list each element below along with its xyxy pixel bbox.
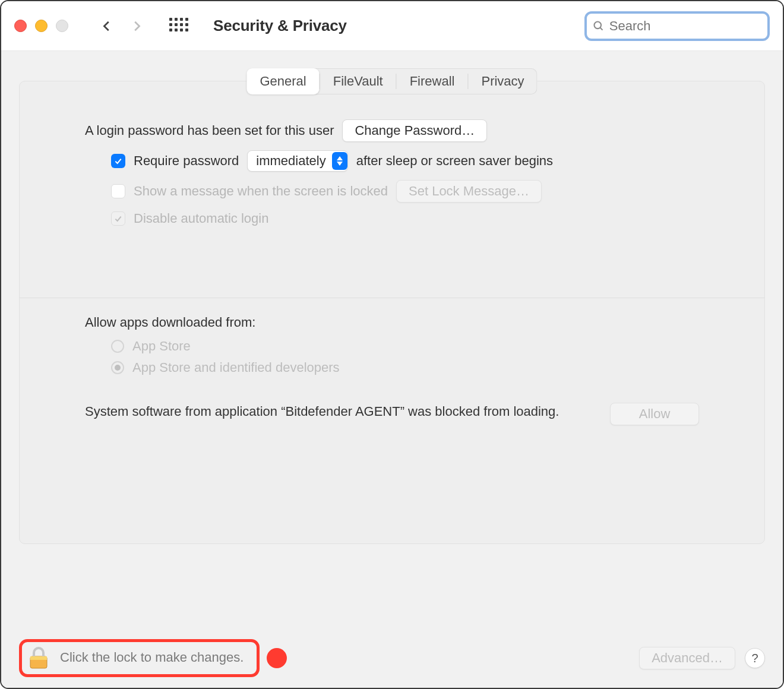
require-password-delay-popup[interactable]: immediately bbox=[247, 150, 347, 172]
back-button[interactable] bbox=[100, 20, 113, 33]
login-password-status: A login password has been set for this u… bbox=[85, 123, 334, 138]
search-icon bbox=[593, 20, 605, 33]
blocked-software-message: System software from application “Bitdef… bbox=[85, 403, 598, 421]
annotation-marker bbox=[267, 648, 287, 668]
tab-privacy[interactable]: Privacy bbox=[468, 68, 537, 94]
divider bbox=[20, 298, 764, 298]
close-window-button[interactable] bbox=[14, 20, 27, 32]
tab-bar: General FileVault Firewall Privacy bbox=[246, 68, 537, 94]
zoom-window-button bbox=[56, 20, 68, 32]
radio-identified-developers-label: App Store and identified developers bbox=[132, 360, 340, 375]
radio-app-store bbox=[111, 340, 124, 353]
disable-auto-login-label: Disable automatic login bbox=[134, 211, 268, 226]
search-field-wrap[interactable] bbox=[584, 11, 770, 41]
tab-firewall[interactable]: Firewall bbox=[397, 68, 468, 94]
svg-marker-2 bbox=[337, 156, 343, 160]
set-lock-message-button: Set Lock Message… bbox=[396, 180, 542, 203]
change-password-button[interactable]: Change Password… bbox=[342, 119, 487, 142]
minimize-window-button[interactable] bbox=[35, 20, 48, 32]
require-password-delay-value: immediately bbox=[256, 153, 325, 169]
tab-general[interactable]: General bbox=[246, 68, 319, 94]
main-area: General FileVault Firewall Privacy A log… bbox=[1, 51, 783, 688]
lock-hint-text: Click the lock to make changes. bbox=[60, 650, 244, 665]
lock-area-highlight: Click the lock to make changes. bbox=[19, 639, 260, 677]
require-password-label-pre: Require password bbox=[134, 153, 239, 169]
radio-app-store-label: App Store bbox=[132, 339, 191, 354]
lock-icon[interactable] bbox=[28, 646, 49, 669]
require-password-checkbox[interactable] bbox=[111, 154, 125, 168]
svg-marker-3 bbox=[337, 162, 343, 166]
show-lock-message-label: Show a message when the screen is locked bbox=[134, 184, 388, 199]
radio-identified-developers bbox=[111, 361, 124, 374]
footer: Click the lock to make changes. Advanced… bbox=[1, 628, 783, 688]
svg-line-1 bbox=[600, 27, 602, 30]
search-input[interactable] bbox=[609, 18, 761, 34]
toolbar: Security & Privacy bbox=[1, 1, 783, 51]
svg-point-0 bbox=[594, 21, 601, 29]
disable-auto-login-checkbox bbox=[111, 211, 125, 226]
window-controls bbox=[14, 20, 68, 32]
gatekeeper-heading: Allow apps downloaded from: bbox=[85, 315, 699, 330]
advanced-button: Advanced… bbox=[639, 647, 735, 669]
forward-button bbox=[130, 20, 143, 33]
tab-filevault[interactable]: FileVault bbox=[320, 68, 396, 94]
svg-rect-5 bbox=[30, 656, 47, 660]
preferences-panel: General FileVault Firewall Privacy A log… bbox=[19, 81, 765, 544]
show-all-prefs-icon[interactable] bbox=[169, 18, 186, 34]
stepper-arrows-icon bbox=[332, 152, 347, 170]
show-lock-message-checkbox bbox=[111, 184, 125, 198]
allow-button: Allow bbox=[610, 403, 699, 425]
help-button[interactable]: ? bbox=[745, 648, 765, 668]
require-password-label-post: after sleep or screen saver begins bbox=[356, 153, 553, 169]
nav-buttons bbox=[100, 20, 143, 33]
window-title: Security & Privacy bbox=[213, 17, 347, 35]
